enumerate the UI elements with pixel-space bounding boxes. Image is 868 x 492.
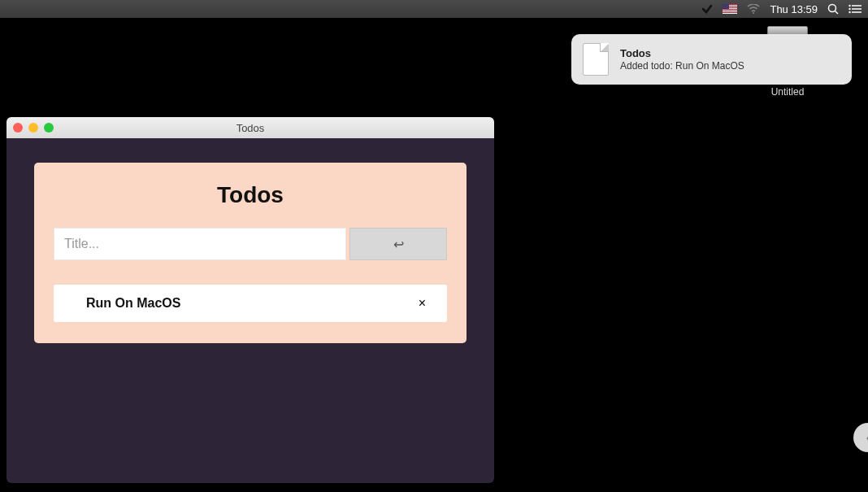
edge-peek-button[interactable]: ‹ bbox=[853, 423, 868, 452]
svg-rect-7 bbox=[723, 4, 729, 9]
card-title: Todos bbox=[54, 182, 447, 208]
svg-point-9 bbox=[829, 5, 836, 12]
flag-us-icon[interactable] bbox=[723, 4, 737, 14]
zoom-window-button[interactable] bbox=[44, 123, 54, 133]
document-icon bbox=[583, 43, 609, 76]
app-body: Todos ↩ Run On MacOS × bbox=[7, 138, 494, 368]
notification-banner[interactable]: Todos Added todo: Run On MacOS bbox=[571, 34, 852, 85]
wifi-icon[interactable] bbox=[747, 4, 760, 14]
todo-item: Run On MacOS × bbox=[54, 285, 447, 322]
enter-icon: ↩ bbox=[393, 237, 404, 252]
svg-point-16 bbox=[848, 11, 850, 13]
spotlight-search-icon[interactable] bbox=[827, 3, 839, 15]
todo-text: Run On MacOS bbox=[86, 296, 180, 311]
new-todo-row: ↩ bbox=[54, 228, 447, 260]
notification-center-icon[interactable] bbox=[848, 4, 861, 14]
minimize-window-button[interactable] bbox=[28, 123, 38, 133]
notification-title: Todos bbox=[620, 47, 744, 59]
new-todo-input[interactable] bbox=[54, 228, 346, 260]
svg-point-15 bbox=[848, 8, 850, 10]
svg-point-14 bbox=[848, 5, 850, 7]
notification-content: Todos Added todo: Run On MacOS bbox=[620, 47, 744, 72]
close-window-button[interactable] bbox=[13, 123, 23, 133]
menu-bar: Thu 13:59 bbox=[0, 0, 868, 18]
window-title: Todos bbox=[7, 122, 494, 134]
svg-line-10 bbox=[835, 11, 839, 15]
desktop-icon-label: Untitled bbox=[759, 86, 816, 98]
svg-rect-6 bbox=[723, 13, 737, 14]
todos-app-window: Todos Todos ↩ Run On MacOS × bbox=[7, 117, 494, 483]
menubar-clock[interactable]: Thu 13:59 bbox=[770, 3, 818, 15]
svg-rect-5 bbox=[723, 11, 737, 12]
window-titlebar[interactable]: Todos bbox=[7, 117, 494, 138]
todos-card: Todos ↩ Run On MacOS × bbox=[34, 163, 467, 343]
delete-todo-button[interactable]: × bbox=[412, 293, 432, 314]
notification-body: Added todo: Run On MacOS bbox=[620, 60, 744, 72]
close-icon: × bbox=[419, 296, 426, 310]
svg-rect-4 bbox=[723, 10, 737, 11]
svg-point-8 bbox=[753, 12, 754, 14]
submit-todo-button[interactable]: ↩ bbox=[349, 228, 447, 260]
traffic-lights bbox=[13, 123, 54, 133]
task-tray-icon[interactable] bbox=[701, 3, 713, 15]
